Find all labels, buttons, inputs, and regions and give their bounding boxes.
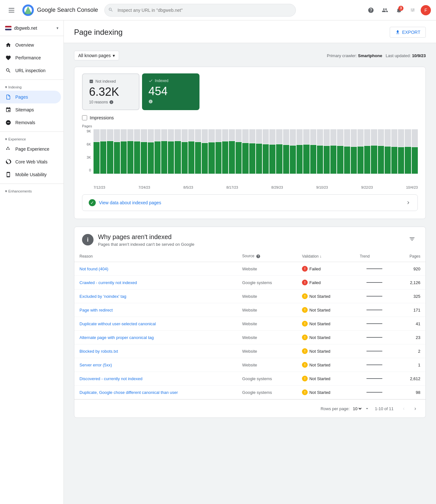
not-indexed-box[interactable]: Not indexed 6.32K 10 reasons bbox=[82, 73, 139, 110]
indexed-value: 454 bbox=[148, 84, 193, 98]
table-row[interactable]: Server error (5xx)Website!Not Started1 bbox=[74, 358, 425, 372]
bar-indexed bbox=[269, 145, 275, 174]
row-trend bbox=[355, 331, 394, 344]
sidebar-item-mobile-usability[interactable]: Mobile Usability bbox=[0, 168, 61, 181]
row-reason: Crawled - currently not indexed bbox=[74, 276, 237, 290]
bar-not-indexed bbox=[276, 129, 282, 144]
apps-icon[interactable] bbox=[407, 4, 419, 17]
table-row[interactable]: Discovered - currently not indexedGoogle… bbox=[74, 372, 425, 386]
validation-sort-icon[interactable]: ↓ bbox=[320, 254, 322, 259]
sidebar-item-overview[interactable]: Overview bbox=[0, 39, 61, 51]
bar-not-indexed bbox=[148, 129, 154, 142]
search-input[interactable] bbox=[104, 4, 296, 17]
trend-line-icon bbox=[366, 296, 382, 297]
url-inspection-label: URL inspection bbox=[15, 68, 45, 73]
sidebar-item-performance[interactable]: Performance bbox=[0, 51, 61, 64]
table-row[interactable]: Not found (404)Website!Failed920 bbox=[74, 262, 425, 276]
chart-bar-group bbox=[208, 129, 214, 174]
validation-badge-icon: ! bbox=[302, 266, 308, 272]
sidebar-item-url-inspection[interactable]: URL inspection bbox=[0, 64, 61, 77]
validation-badge: !Failed bbox=[302, 280, 320, 285]
site-selector[interactable]: dbgweb.net ▾ bbox=[0, 23, 64, 36]
url-inspection-icon bbox=[5, 67, 11, 74]
bar-indexed bbox=[405, 147, 411, 174]
bar-not-indexed bbox=[263, 129, 269, 144]
indexing-chevron-icon: ▾ bbox=[5, 85, 7, 89]
view-data-row[interactable]: ✓ View data about indexed pages bbox=[82, 194, 418, 211]
chart-bar-group bbox=[141, 129, 147, 174]
indexed-box[interactable]: Indexed 454 bbox=[142, 73, 199, 110]
bar-not-indexed bbox=[398, 129, 404, 147]
bar-not-indexed bbox=[195, 129, 201, 142]
validation-badge-icon: ! bbox=[302, 321, 308, 327]
bar-not-indexed bbox=[161, 129, 167, 141]
why-card-subtitle: Pages that aren't indexed can't be serve… bbox=[98, 242, 194, 247]
avatar[interactable]: F bbox=[421, 5, 431, 15]
validation-badge: !Not Started bbox=[302, 293, 330, 299]
rows-per-page: Rows per page: 10 25 50 bbox=[320, 406, 370, 411]
source-help-icon[interactable] bbox=[256, 254, 260, 259]
bar-not-indexed bbox=[188, 129, 194, 141]
bar-not-indexed bbox=[297, 129, 303, 145]
notifications-icon[interactable]: 3 bbox=[393, 4, 405, 17]
sidebar-item-core-web-vitals[interactable]: Core Web Vitals bbox=[0, 155, 61, 168]
sitemaps-icon bbox=[5, 107, 11, 113]
row-pages: 98 bbox=[394, 386, 425, 399]
rows-per-page-select[interactable]: 10 25 50 bbox=[351, 406, 363, 411]
row-trend bbox=[355, 303, 394, 317]
validation-badge: !Failed bbox=[302, 266, 320, 272]
sidebar-item-sitemaps[interactable]: Sitemaps bbox=[0, 103, 61, 116]
row-trend bbox=[355, 372, 394, 386]
sidebar-section-experience[interactable]: ▾ Experience bbox=[0, 134, 64, 143]
experience-section-label: Experience bbox=[8, 137, 26, 141]
search-bar bbox=[104, 4, 296, 17]
table-row[interactable]: Excluded by 'noindex' tagWebsite!Not Sta… bbox=[74, 290, 425, 303]
next-page-button[interactable]: › bbox=[410, 403, 420, 414]
menu-icon[interactable] bbox=[5, 4, 18, 17]
impressions-checkbox[interactable] bbox=[82, 115, 87, 120]
sidebar-item-page-experience[interactable]: Page Experience bbox=[0, 143, 61, 155]
last-updated-value: 10/9/23 bbox=[412, 53, 426, 58]
chart-bar-group bbox=[134, 129, 140, 174]
validation-text: Not Started bbox=[309, 335, 330, 340]
chart-bar-group bbox=[182, 129, 188, 174]
check-circle-icon: ✓ bbox=[89, 199, 96, 206]
chart-bar-group bbox=[364, 129, 370, 174]
table-row[interactable]: Blocked by robots.txtWebsite!Not Started… bbox=[74, 344, 425, 358]
chart-bar-group bbox=[297, 129, 303, 174]
bar-indexed bbox=[195, 142, 201, 174]
export-button[interactable]: EXPORT bbox=[390, 27, 426, 38]
account-icon[interactable] bbox=[379, 4, 391, 17]
pagination: Rows per page: 10 25 50 1-10 of 11 ‹ › bbox=[74, 399, 425, 417]
sidebar-item-pages[interactable]: Pages bbox=[0, 91, 61, 103]
bar-not-indexed bbox=[208, 129, 214, 142]
chart-bar-group bbox=[215, 129, 222, 174]
validation-badge-icon: ! bbox=[302, 362, 308, 368]
table-header-row: Reason Source Validation ↓ Trend bbox=[74, 251, 425, 262]
row-validation: !Not Started bbox=[297, 317, 355, 331]
site-name-label: dbgweb.net bbox=[14, 26, 54, 31]
chart-bar-group bbox=[94, 129, 100, 174]
performance-label: Performance bbox=[15, 55, 41, 60]
table-row[interactable]: Page with redirectWebsite!Not Started171 bbox=[74, 303, 425, 317]
bar-not-indexed bbox=[357, 129, 364, 146]
table-row[interactable]: Alternate page with proper canonical tag… bbox=[74, 331, 425, 344]
trend-line-icon bbox=[366, 337, 382, 338]
table-row[interactable]: Crawled - currently not indexedGoogle sy… bbox=[74, 276, 425, 290]
bar-indexed bbox=[412, 147, 418, 174]
table-row[interactable]: Duplicate, Google chose different canoni… bbox=[74, 386, 425, 399]
row-reason: Not found (404) bbox=[74, 262, 237, 276]
table-row[interactable]: Duplicate without user-selected canonica… bbox=[74, 317, 425, 331]
filter-pill-all-pages[interactable]: All known pages ▾ bbox=[74, 51, 119, 60]
table-filter-button[interactable] bbox=[406, 233, 418, 245]
sidebar-section-indexing[interactable]: ▾ Indexing bbox=[0, 82, 64, 91]
bar-not-indexed bbox=[215, 129, 222, 142]
prev-page-button[interactable]: ‹ bbox=[399, 403, 409, 414]
bar-indexed bbox=[121, 141, 127, 174]
bar-not-indexed bbox=[405, 129, 411, 147]
sidebar-section-enhancements[interactable]: ▾ Enhancements bbox=[0, 186, 64, 195]
row-source: Website bbox=[237, 262, 297, 276]
help-icon[interactable] bbox=[365, 4, 377, 17]
chart-bar-group bbox=[161, 129, 167, 174]
sidebar-item-removals[interactable]: Removals bbox=[0, 116, 61, 129]
